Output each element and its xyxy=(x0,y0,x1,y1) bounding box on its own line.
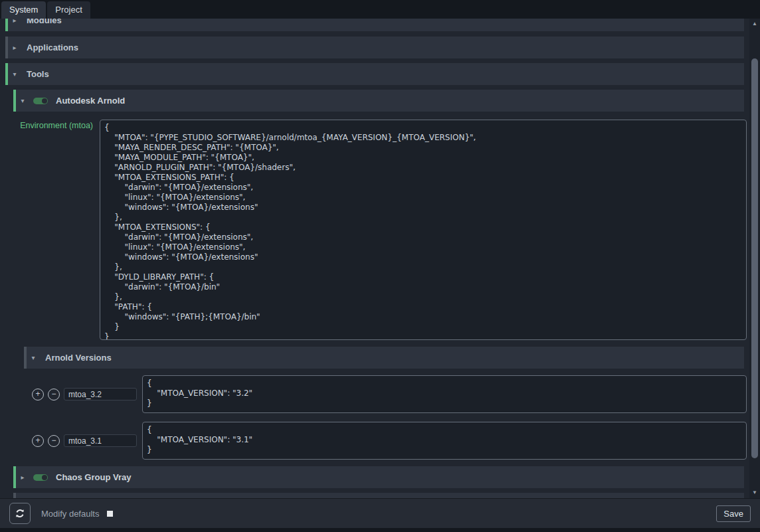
remove-item-button[interactable]: − xyxy=(48,389,60,400)
refresh-button[interactable] xyxy=(9,503,31,524)
partial-status-bar xyxy=(13,493,16,498)
section-header-tools[interactable]: ▾ Tools xyxy=(5,63,744,85)
section-title-autodesk-arnold: Autodesk Arnold xyxy=(56,96,125,106)
section-title-chaos-group-vray: Chaos Group Vray xyxy=(56,472,131,482)
scroll-up-icon[interactable]: ▲ xyxy=(749,19,760,28)
settings-window: System Project ▸ Modules ▸ Applications … xyxy=(0,0,760,532)
add-item-button[interactable]: + xyxy=(32,435,44,447)
arnold-enabled-toggle[interactable] xyxy=(33,98,48,104)
environment-row: Environment (mtoa) { "MTOA": "{PYPE_STUD… xyxy=(0,120,749,340)
tab-system[interactable]: System xyxy=(1,1,46,19)
section-title-tools: Tools xyxy=(27,69,49,79)
toggle-knob xyxy=(42,98,47,104)
collapsed-arrow-icon[interactable]: ▸ xyxy=(11,19,19,24)
section-header-applications[interactable]: ▸ Applications xyxy=(5,37,744,58)
modify-defaults-label: Modify defaults xyxy=(41,509,99,519)
footer-bar: Modify defaults Save xyxy=(0,498,760,528)
arnold-version-row: + − { "MTOA_VERSION": "3.1" } xyxy=(32,422,749,460)
section-header-partial[interactable] xyxy=(13,493,744,498)
section-title-applications: Applications xyxy=(27,43,78,52)
toggle-knob xyxy=(42,475,47,480)
expanded-arrow-icon[interactable]: ▾ xyxy=(19,98,27,104)
modules-status-bar xyxy=(5,19,8,31)
vertical-scrollbar[interactable]: ▲ ▼ xyxy=(749,19,760,498)
arnold-status-bar xyxy=(13,90,16,112)
arnold-versions-status-bar xyxy=(24,347,27,369)
section-header-arnold-versions[interactable]: ▾ Arnold Versions xyxy=(24,347,744,369)
section-modules-clip: ▸ Modules xyxy=(0,19,749,31)
environment-json-editor[interactable]: { "MTOA": "{PYPE_STUDIO_SOFTWARE}/arnold… xyxy=(100,120,747,340)
version-json-editor[interactable]: { "MTOA_VERSION": "3.1" } xyxy=(142,422,747,460)
environment-label: Environment (mtoa) xyxy=(0,120,93,130)
tab-bar: System Project xyxy=(0,0,760,19)
scrollbar-thumb[interactable] xyxy=(751,58,758,458)
section-header-autodesk-arnold[interactable]: ▾ Autodesk Arnold xyxy=(13,90,744,112)
save-button[interactable]: Save xyxy=(716,505,751,522)
modify-defaults-checkbox[interactable] xyxy=(107,511,113,517)
expanded-arrow-icon[interactable]: ▾ xyxy=(29,355,37,361)
vray-enabled-toggle[interactable] xyxy=(33,474,48,481)
version-key-input[interactable] xyxy=(64,434,137,447)
applications-status-bar xyxy=(5,37,8,58)
partial-next-section xyxy=(0,493,749,498)
add-item-button[interactable]: + xyxy=(32,389,44,400)
tab-project[interactable]: Project xyxy=(47,1,90,19)
version-json-editor[interactable]: { "MTOA_VERSION": "3.2" } xyxy=(142,375,747,413)
refresh-icon xyxy=(15,508,25,519)
arnold-version-row: + − { "MTOA_VERSION": "3.2" } xyxy=(32,375,749,413)
collapsed-arrow-icon[interactable]: ▸ xyxy=(11,44,19,51)
section-title-arnold-versions: Arnold Versions xyxy=(45,353,112,363)
section-title-modules: Modules xyxy=(27,19,62,25)
collapsed-arrow-icon[interactable]: ▸ xyxy=(19,474,27,481)
section-header-chaos-group-vray[interactable]: ▸ Chaos Group Vray xyxy=(13,466,744,488)
settings-scroll-area: ▸ Modules ▸ Applications ▾ Tools ▾ Auto xyxy=(0,19,749,498)
expanded-arrow-icon[interactable]: ▾ xyxy=(11,71,19,78)
tools-status-bar xyxy=(5,63,8,85)
section-header-modules[interactable]: ▸ Modules xyxy=(5,19,744,31)
scroll-down-icon[interactable]: ▼ xyxy=(749,488,760,497)
vray-status-bar xyxy=(13,466,16,488)
version-key-input[interactable] xyxy=(64,388,137,400)
remove-item-button[interactable]: − xyxy=(48,435,60,447)
